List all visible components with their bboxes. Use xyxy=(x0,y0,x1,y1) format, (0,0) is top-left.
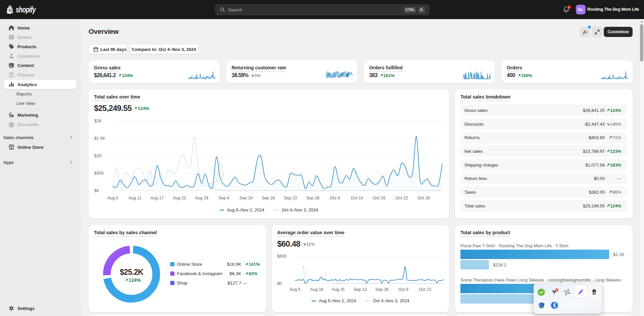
svg-text:Sep 4: Sep 4 xyxy=(218,196,230,200)
svg-text:Aug 5: Aug 5 xyxy=(107,196,118,200)
svg-text:Aug 18: Aug 18 xyxy=(310,287,324,292)
svg-text:Oct 9: Oct 9 xyxy=(398,287,408,292)
svg-text:Oct 10: Oct 10 xyxy=(351,196,363,200)
svg-text:$1.5K: $1.5K xyxy=(94,136,105,141)
svg-text:Aug 31: Aug 31 xyxy=(332,287,345,292)
svg-text:Oct 16: Oct 16 xyxy=(373,196,386,200)
svg-text:Sep 28: Sep 28 xyxy=(306,196,319,200)
svg-text:Oct 22: Oct 22 xyxy=(419,287,432,292)
svg-text:Aug 17: Aug 17 xyxy=(150,196,164,200)
svg-text:Aug 29: Aug 29 xyxy=(195,196,208,200)
svg-text:$500: $500 xyxy=(277,254,287,259)
svg-text:Sep 22: Sep 22 xyxy=(284,196,297,200)
svg-text:Sep 10: Sep 10 xyxy=(239,196,253,200)
svg-text:Sep 16: Sep 16 xyxy=(261,196,275,200)
svg-text:$0: $0 xyxy=(94,188,99,193)
svg-text:Sep 13: Sep 13 xyxy=(353,287,367,292)
svg-text:Oct 4: Oct 4 xyxy=(330,196,340,200)
svg-text:Aug 11: Aug 11 xyxy=(129,196,142,200)
svg-text:S: S xyxy=(8,7,11,13)
svg-text:Oct 22: Oct 22 xyxy=(396,196,408,200)
svg-text:Aug 5: Aug 5 xyxy=(290,287,301,292)
svg-text:Aug 23: Aug 23 xyxy=(173,196,186,200)
svg-text:Sep 26: Sep 26 xyxy=(375,287,389,292)
svg-text:$1K: $1K xyxy=(94,153,102,158)
svg-text:$2K: $2K xyxy=(94,119,102,123)
svg-text:Oct 28: Oct 28 xyxy=(418,196,430,200)
svg-text:$0: $0 xyxy=(277,281,282,286)
svg-text:$500: $500 xyxy=(94,171,104,176)
